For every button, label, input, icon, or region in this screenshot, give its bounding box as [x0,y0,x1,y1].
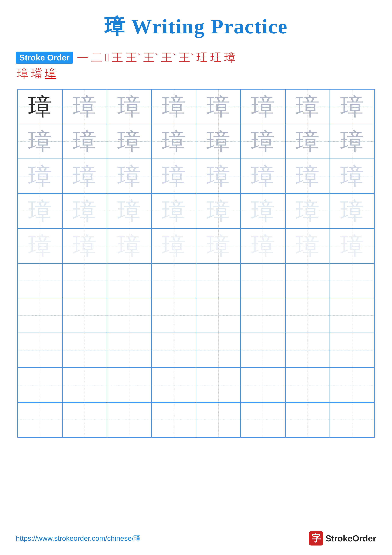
grid-cell-r4c1[interactable]: 璋 [18,194,62,228]
grid-cell-r9c4[interactable] [151,368,196,402]
grid-cell-r2c8[interactable]: 璋 [330,124,374,159]
grid-cell-r10c8[interactable] [330,402,374,437]
grid-cell-r5c4[interactable]: 璋 [151,228,196,263]
grid-cell-r8c8[interactable] [330,333,374,368]
grid-cell-r10c6[interactable] [241,402,285,437]
grid-cell-r5c3[interactable]: 璋 [107,228,151,263]
grid-char: 璋 [117,95,141,118]
grid-cell-r5c1[interactable]: 璋 [18,228,62,263]
grid-cell-r1c8[interactable]: 璋 [330,89,374,124]
grid-cell-r7c4[interactable] [151,298,196,333]
grid-cell-r8c6[interactable] [241,333,285,368]
grid-cell-r1c3[interactable]: 璋 [107,89,151,124]
grid-cell-r5c5[interactable]: 璋 [196,228,241,263]
grid-cell-r3c7[interactable]: 璋 [285,159,330,194]
grid-cell-r8c4[interactable] [151,333,196,368]
grid-cell-r4c3[interactable]: 璋 [107,194,151,228]
grid-cell-r4c2[interactable]: 璋 [62,194,107,228]
grid-cell-r8c3[interactable] [107,333,151,368]
grid-cell-r5c6[interactable]: 璋 [241,228,285,263]
grid-char: 璋 [340,199,364,223]
grid-cell-r7c5[interactable] [196,298,241,333]
grid-cell-r3c2[interactable]: 璋 [62,159,107,194]
grid-cell-r6c8[interactable] [330,263,374,298]
grid-char: 璋 [162,199,186,223]
grid-cell-r7c6[interactable] [241,298,285,333]
grid-cell-r7c7[interactable] [285,298,330,333]
grid-cell-r3c6[interactable]: 璋 [241,159,285,194]
grid-cell-r4c6[interactable]: 璋 [241,194,285,228]
stroke-chars-row2: 璋 璫 璋 [16,66,57,81]
grid-char: 璋 [296,130,319,153]
grid-cell-r9c8[interactable] [330,368,374,402]
grid-cell-r1c7[interactable]: 璋 [285,89,330,124]
grid-cell-r4c8[interactable]: 璋 [330,194,374,228]
grid-cell-r3c4[interactable]: 璋 [151,159,196,194]
footer-logo: 字 StrokeOrder [309,531,376,546]
grid-cell-r6c4[interactable] [151,263,196,298]
grid-cell-r8c7[interactable] [285,333,330,368]
grid-cell-r3c5[interactable]: 璋 [196,159,241,194]
grid-cell-r5c8[interactable]: 璋 [330,228,374,263]
grid-cell-r10c1[interactable] [18,402,62,437]
grid-cell-r1c1[interactable]: 璋 [18,89,62,124]
logo-char: 字 [312,532,321,545]
footer-url[interactable]: https://www.strokeorder.com/chinese/璋 [16,534,141,543]
grid-cell-r10c3[interactable] [107,402,151,437]
grid-cell-r3c3[interactable]: 璋 [107,159,151,194]
grid-cell-r10c5[interactable] [196,402,241,437]
grid-char: 璋 [162,164,186,188]
grid-cell-r2c2[interactable]: 璋 [62,124,107,159]
grid-cell-r9c3[interactable] [107,368,151,402]
grid-cell-r4c5[interactable]: 璋 [196,194,241,228]
grid-cell-r3c8[interactable]: 璋 [330,159,374,194]
logo-text: StrokeOrder [325,533,376,543]
grid-cell-r9c1[interactable] [18,368,62,402]
grid-cell-r8c5[interactable] [196,333,241,368]
grid-cell-r1c4[interactable]: 璋 [151,89,196,124]
grid-cell-r9c2[interactable] [62,368,107,402]
grid-char: 璋 [207,199,230,223]
grid-cell-r8c1[interactable] [18,333,62,368]
grid-char: 璋 [73,164,96,188]
grid-cell-r9c7[interactable] [285,368,330,402]
grid-cell-r4c4[interactable]: 璋 [151,194,196,228]
grid-cell-r2c4[interactable]: 璋 [151,124,196,159]
stroke-7: 王` [161,50,176,65]
grid-char: 璋 [117,130,141,153]
grid-cell-r1c5[interactable]: 璋 [196,89,241,124]
stroke-2: 二 [91,50,102,65]
grid-char: 璋 [251,130,275,153]
grid-cell-r9c5[interactable] [196,368,241,402]
stroke-3: 𠃊 [105,51,109,64]
grid-cell-r4c7[interactable]: 璋 [285,194,330,228]
grid-cell-r2c5[interactable]: 璋 [196,124,241,159]
grid-cell-r7c2[interactable] [62,298,107,333]
grid-cell-r6c5[interactable] [196,263,241,298]
grid-char: 璋 [117,199,141,223]
grid-cell-r2c6[interactable]: 璋 [241,124,285,159]
grid-cell-r2c7[interactable]: 璋 [285,124,330,159]
grid-cell-r6c7[interactable] [285,263,330,298]
grid-cell-r1c6[interactable]: 璋 [241,89,285,124]
grid-cell-r8c2[interactable] [62,333,107,368]
grid-char: 璋 [340,95,364,118]
grid-cell-r9c6[interactable] [241,368,285,402]
grid-cell-r1c2[interactable]: 璋 [62,89,107,124]
grid-cell-r5c2[interactable]: 璋 [62,228,107,263]
grid-cell-r2c3[interactable]: 璋 [107,124,151,159]
grid-cell-r6c3[interactable] [107,263,151,298]
grid-cell-r7c1[interactable] [18,298,62,333]
grid-cell-r7c3[interactable] [107,298,151,333]
grid-cell-r7c8[interactable] [330,298,374,333]
grid-cell-r6c1[interactable] [18,263,62,298]
grid-cell-r10c4[interactable] [151,402,196,437]
grid-cell-r10c2[interactable] [62,402,107,437]
grid-cell-r6c2[interactable] [62,263,107,298]
grid-cell-r6c6[interactable] [241,263,285,298]
grid-cell-r3c1[interactable]: 璋 [18,159,62,194]
grid-cell-r2c1[interactable]: 璋 [18,124,62,159]
grid-char: 璋 [207,95,230,118]
grid-cell-r10c7[interactable] [285,402,330,437]
grid-cell-r5c7[interactable]: 璋 [285,228,330,263]
